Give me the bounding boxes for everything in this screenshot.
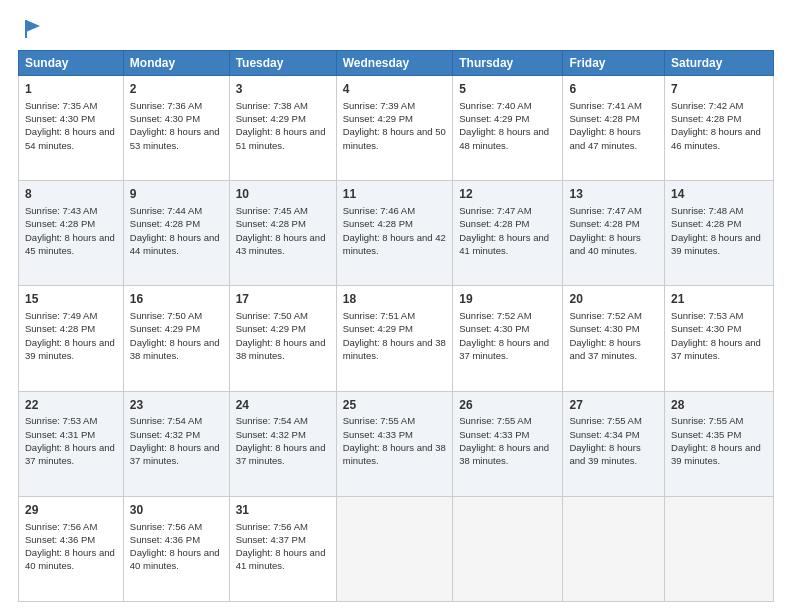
day-number: 30 [130,502,223,519]
calendar-cell: 29Sunrise: 7:56 AMSunset: 4:36 PMDayligh… [19,496,124,601]
sunset: Sunset: 4:33 PM [459,429,529,440]
calendar-cell: 24Sunrise: 7:54 AMSunset: 4:32 PMDayligh… [229,391,336,496]
calendar-row: 8Sunrise: 7:43 AMSunset: 4:28 PMDaylight… [19,181,774,286]
sunrise: Sunrise: 7:50 AM [236,310,308,321]
daylight: Daylight: 8 hours and 44 minutes. [130,232,220,256]
day-number: 9 [130,186,223,203]
daylight: Daylight: 8 hours and 37 minutes. [130,442,220,466]
day-number: 20 [569,291,658,308]
sunset: Sunset: 4:28 PM [671,218,741,229]
daylight: Daylight: 8 hours and 39 minutes. [25,337,115,361]
daylight: Daylight: 8 hours and 39 minutes. [671,442,761,466]
day-number: 10 [236,186,330,203]
sunset: Sunset: 4:29 PM [130,323,200,334]
calendar-cell: 9Sunrise: 7:44 AMSunset: 4:28 PMDaylight… [123,181,229,286]
sunrise: Sunrise: 7:36 AM [130,100,202,111]
day-number: 16 [130,291,223,308]
sunrise: Sunrise: 7:56 AM [236,521,308,532]
daylight: Daylight: 8 hours and 37 minutes. [569,337,640,361]
header-day: Friday [563,51,665,76]
sunrise: Sunrise: 7:39 AM [343,100,415,111]
calendar-cell: 31Sunrise: 7:56 AMSunset: 4:37 PMDayligh… [229,496,336,601]
sunset: Sunset: 4:29 PM [343,323,413,334]
calendar-cell [453,496,563,601]
daylight: Daylight: 8 hours and 37 minutes. [236,442,326,466]
calendar-cell: 7Sunrise: 7:42 AMSunset: 4:28 PMDaylight… [665,76,774,181]
daylight: Daylight: 8 hours and 50 minutes. [343,126,446,150]
calendar-cell [665,496,774,601]
daylight: Daylight: 8 hours and 45 minutes. [25,232,115,256]
calendar-cell [336,496,453,601]
day-number: 2 [130,81,223,98]
calendar-cell: 12Sunrise: 7:47 AMSunset: 4:28 PMDayligh… [453,181,563,286]
calendar-cell: 30Sunrise: 7:56 AMSunset: 4:36 PMDayligh… [123,496,229,601]
sunset: Sunset: 4:35 PM [671,429,741,440]
sunrise: Sunrise: 7:47 AM [569,205,641,216]
sunrise: Sunrise: 7:52 AM [569,310,641,321]
header-day: Tuesday [229,51,336,76]
day-number: 13 [569,186,658,203]
daylight: Daylight: 8 hours and 40 minutes. [130,547,220,571]
calendar-cell: 2Sunrise: 7:36 AMSunset: 4:30 PMDaylight… [123,76,229,181]
header-day: Monday [123,51,229,76]
calendar-cell: 3Sunrise: 7:38 AMSunset: 4:29 PMDaylight… [229,76,336,181]
sunrise: Sunrise: 7:55 AM [569,415,641,426]
calendar-cell: 27Sunrise: 7:55 AMSunset: 4:34 PMDayligh… [563,391,665,496]
calendar-cell: 14Sunrise: 7:48 AMSunset: 4:28 PMDayligh… [665,181,774,286]
calendar-row: 15Sunrise: 7:49 AMSunset: 4:28 PMDayligh… [19,286,774,391]
calendar-cell: 5Sunrise: 7:40 AMSunset: 4:29 PMDaylight… [453,76,563,181]
sunset: Sunset: 4:32 PM [236,429,306,440]
sunrise: Sunrise: 7:54 AM [130,415,202,426]
calendar-cell: 23Sunrise: 7:54 AMSunset: 4:32 PMDayligh… [123,391,229,496]
sunset: Sunset: 4:30 PM [130,113,200,124]
calendar-cell: 19Sunrise: 7:52 AMSunset: 4:30 PMDayligh… [453,286,563,391]
sunrise: Sunrise: 7:38 AM [236,100,308,111]
daylight: Daylight: 8 hours and 38 minutes. [343,442,446,466]
sunset: Sunset: 4:34 PM [569,429,639,440]
sunrise: Sunrise: 7:53 AM [671,310,743,321]
sunset: Sunset: 4:29 PM [343,113,413,124]
sunset: Sunset: 4:33 PM [343,429,413,440]
calendar-cell: 6Sunrise: 7:41 AMSunset: 4:28 PMDaylight… [563,76,665,181]
sunrise: Sunrise: 7:46 AM [343,205,415,216]
sunrise: Sunrise: 7:41 AM [569,100,641,111]
sunrise: Sunrise: 7:55 AM [459,415,531,426]
logo [18,18,44,40]
day-number: 18 [343,291,447,308]
sunrise: Sunrise: 7:44 AM [130,205,202,216]
header-day: Wednesday [336,51,453,76]
calendar-cell: 25Sunrise: 7:55 AMSunset: 4:33 PMDayligh… [336,391,453,496]
calendar-table: SundayMondayTuesdayWednesdayThursdayFrid… [18,50,774,602]
sunset: Sunset: 4:28 PM [569,218,639,229]
day-number: 1 [25,81,117,98]
day-number: 15 [25,291,117,308]
calendar-row: 22Sunrise: 7:53 AMSunset: 4:31 PMDayligh… [19,391,774,496]
sunset: Sunset: 4:28 PM [343,218,413,229]
calendar-cell: 16Sunrise: 7:50 AMSunset: 4:29 PMDayligh… [123,286,229,391]
day-number: 29 [25,502,117,519]
sunset: Sunset: 4:29 PM [236,113,306,124]
header [18,18,774,40]
calendar-cell: 8Sunrise: 7:43 AMSunset: 4:28 PMDaylight… [19,181,124,286]
sunset: Sunset: 4:31 PM [25,429,95,440]
daylight: Daylight: 8 hours and 46 minutes. [671,126,761,150]
day-number: 28 [671,397,767,414]
daylight: Daylight: 8 hours and 54 minutes. [25,126,115,150]
day-number: 12 [459,186,556,203]
sunrise: Sunrise: 7:51 AM [343,310,415,321]
day-number: 22 [25,397,117,414]
logo-flag-icon [22,18,44,40]
calendar-row: 1Sunrise: 7:35 AMSunset: 4:30 PMDaylight… [19,76,774,181]
daylight: Daylight: 8 hours and 43 minutes. [236,232,326,256]
sunset: Sunset: 4:28 PM [25,323,95,334]
day-number: 27 [569,397,658,414]
daylight: Daylight: 8 hours and 41 minutes. [459,232,549,256]
daylight: Daylight: 8 hours and 40 minutes. [25,547,115,571]
sunset: Sunset: 4:28 PM [130,218,200,229]
calendar-cell: 4Sunrise: 7:39 AMSunset: 4:29 PMDaylight… [336,76,453,181]
sunrise: Sunrise: 7:55 AM [671,415,743,426]
day-number: 6 [569,81,658,98]
sunrise: Sunrise: 7:55 AM [343,415,415,426]
daylight: Daylight: 8 hours and 40 minutes. [569,232,640,256]
sunset: Sunset: 4:36 PM [130,534,200,545]
